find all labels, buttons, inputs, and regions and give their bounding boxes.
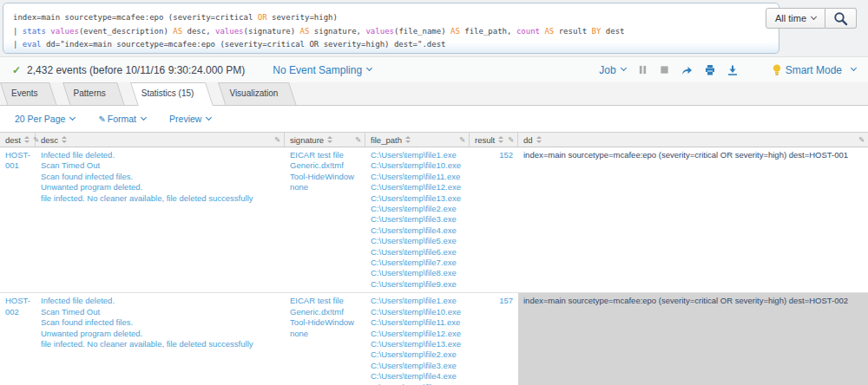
sort-icon[interactable] xyxy=(536,136,542,143)
cell-value[interactable]: Scan found infected files. xyxy=(41,317,279,328)
cell-dd[interactable]: index=main sourcetype=mcafee:epo (severi… xyxy=(518,147,868,292)
cell-value[interactable]: none xyxy=(290,182,360,192)
cell-value[interactable]: EICAR test file xyxy=(290,150,360,160)
cell-value[interactable]: Tool-HideWindow xyxy=(290,317,360,328)
cell-value[interactable]: C:\Users\temp\file12.exe xyxy=(371,182,464,192)
cell-value[interactable]: C:\Users\temp\file1.exe xyxy=(371,296,464,306)
sort-icon[interactable] xyxy=(62,136,67,143)
column-header-desc[interactable]: desc✎ xyxy=(36,133,285,147)
cell-value[interactable]: Scan found infected files. xyxy=(41,172,279,182)
tab-events[interactable]: Events xyxy=(0,82,49,105)
cell-value[interactable]: C:\Users\temp\file7.exe xyxy=(371,258,464,268)
share-button[interactable] xyxy=(681,65,693,75)
pencil-icon: ✎ xyxy=(98,114,105,124)
sort-icon[interactable] xyxy=(327,136,332,143)
cell-value[interactable]: C:\Users\temp\file8.exe xyxy=(371,268,464,278)
chevron-down-icon xyxy=(206,114,212,120)
cell-value[interactable]: C:\Users\temp\file4.exe xyxy=(371,225,464,236)
sort-icon[interactable] xyxy=(498,136,503,143)
cell-value[interactable]: C:\Users\temp\file10.exe xyxy=(371,307,464,317)
events-count: 2,432 events (before 10/11/16 9:30:24.00… xyxy=(27,64,245,76)
stop-icon xyxy=(660,65,669,75)
edit-column-icon[interactable]: ✎ xyxy=(355,135,361,144)
format-dropdown[interactable]: ✎ Format xyxy=(98,114,146,124)
success-check-icon: ✓ xyxy=(12,64,21,76)
cell-value[interactable]: C:\Users\temp\file11.exe xyxy=(371,172,464,182)
cell-file_path[interactable]: C:\Users\temp\file1.exeC:\Users\temp\fil… xyxy=(365,293,470,385)
search-input[interactable]: index=main sourcetype=mcafee:epo (severi… xyxy=(3,3,779,54)
per-page-dropdown[interactable]: 20 Per Page xyxy=(15,114,75,124)
sort-icon[interactable] xyxy=(405,136,411,143)
edit-column-icon[interactable]: ✎ xyxy=(508,135,514,144)
cell-value[interactable]: C:\Users\temp\file1.exe xyxy=(371,150,464,160)
statistics-table: dest✎desc✎signature✎file_path✎result✎dd✎… xyxy=(0,132,868,385)
cell-value[interactable]: Infected file deleted. xyxy=(41,296,279,306)
chevron-down-icon xyxy=(811,13,817,19)
cell-file_path[interactable]: C:\Users\temp\file1.exeC:\Users\temp\fil… xyxy=(365,147,470,292)
column-header-file_path[interactable]: file_path✎ xyxy=(365,133,470,147)
tabs: EventsPatternsStatistics (15)Visualizati… xyxy=(0,82,868,106)
column-header-dest[interactable]: dest✎ xyxy=(0,133,36,147)
cell-value[interactable]: C:\Users\temp\file6.exe xyxy=(371,247,464,258)
tab-statistics-15[interactable]: Statistics (15) xyxy=(130,82,206,105)
cell-result[interactable]: 157 xyxy=(470,293,518,385)
cell-value[interactable]: C:\Users\temp\file4.exe xyxy=(371,371,464,382)
cell-value[interactable]: C:\Users\temp\file11.exe xyxy=(371,317,464,328)
cell-dest[interactable]: HOST-001 xyxy=(0,147,36,292)
cell-signature[interactable]: EICAR test fileGeneric.dx!tmfTool-HideWi… xyxy=(285,293,365,385)
cell-value[interactable]: Scan Timed Out xyxy=(41,160,279,171)
preview-dropdown[interactable]: Preview xyxy=(169,114,211,124)
search-button[interactable] xyxy=(825,8,857,29)
search-actions: All time xyxy=(766,8,857,29)
print-button[interactable] xyxy=(705,65,715,75)
cell-value[interactable]: Tool-HideWindow xyxy=(290,172,360,182)
column-header-result[interactable]: result✎ xyxy=(470,133,518,147)
cell-result[interactable]: 152 xyxy=(470,147,518,292)
cell-value[interactable]: file infected. No cleaner available, fil… xyxy=(41,193,279,204)
cell-desc[interactable]: Infected file deleted.Scan Timed OutScan… xyxy=(36,147,285,292)
cell-value[interactable]: none xyxy=(290,329,360,339)
cell-value[interactable]: file infected. No cleaner available, fil… xyxy=(41,339,279,349)
cell-value[interactable]: Generic.dx!tmf xyxy=(290,307,360,317)
cell-value[interactable]: EICAR test file xyxy=(290,296,360,306)
job-menu[interactable]: Job xyxy=(599,64,625,76)
column-header-dd[interactable]: dd✎ xyxy=(518,133,868,147)
job-controls: Job xyxy=(599,64,856,76)
cell-value[interactable]: C:\Users\temp\file5.exe xyxy=(371,382,464,385)
column-header-signature[interactable]: signature✎ xyxy=(285,133,365,147)
cell-value[interactable]: Scan Timed Out xyxy=(41,307,279,317)
stop-button[interactable] xyxy=(660,65,669,75)
cell-value[interactable]: Unwanted program deleted. xyxy=(41,182,279,192)
cell-value[interactable]: C:\Users\temp\file2.exe xyxy=(371,349,464,360)
cell-value[interactable]: C:\Users\temp\file9.exe xyxy=(371,279,464,290)
cell-value[interactable]: C:\Users\temp\file13.exe xyxy=(371,339,464,349)
cell-value[interactable]: C:\Users\temp\file3.exe xyxy=(371,214,464,225)
edit-column-icon[interactable]: ✎ xyxy=(459,135,465,144)
cell-signature[interactable]: EICAR test fileGeneric.dx!tmfTool-HideWi… xyxy=(285,147,365,292)
export-button[interactable] xyxy=(727,65,738,75)
sort-icon[interactable] xyxy=(24,136,30,143)
cell-value[interactable]: C:\Users\temp\file5.exe xyxy=(371,236,464,246)
search-mode-dropdown[interactable]: Smart Mode xyxy=(773,64,856,76)
cell-value[interactable]: Unwanted program deleted. xyxy=(41,329,279,339)
table-row: HOST-001Infected file deleted.Scan Timed… xyxy=(0,147,868,293)
cell-value[interactable]: Generic.dx!tmf xyxy=(290,160,360,171)
edit-column-icon[interactable]: ✎ xyxy=(858,135,865,144)
cell-dd[interactable]: index=main sourcetype=mcafee:epo (severi… xyxy=(518,293,868,385)
search-query[interactable]: index=main sourcetype=mcafee:epo (severi… xyxy=(3,3,779,60)
cell-value[interactable]: C:\Users\temp\file3.exe xyxy=(371,361,464,371)
status-bar: ✓ 2,432 events (before 10/11/16 9:30:24.… xyxy=(0,57,868,82)
cell-value[interactable]: C:\Users\temp\file12.exe xyxy=(371,329,464,339)
cell-desc[interactable]: Infected file deleted.Scan Timed OutScan… xyxy=(36,293,285,385)
cell-value[interactable]: C:\Users\temp\file2.exe xyxy=(371,204,464,214)
tab-patterns[interactable]: Patterns xyxy=(62,82,117,105)
cell-value[interactable]: C:\Users\temp\file13.exe xyxy=(371,193,464,204)
edit-column-icon[interactable]: ✎ xyxy=(274,135,280,144)
tab-visualization[interactable]: Visualization xyxy=(218,82,289,105)
cell-value[interactable]: Infected file deleted. xyxy=(41,150,279,160)
pause-button[interactable] xyxy=(638,65,648,75)
cell-dest[interactable]: HOST-002 xyxy=(0,293,36,385)
time-range-picker[interactable]: All time xyxy=(766,8,825,29)
event-sampling-dropdown[interactable]: No Event Sampling xyxy=(273,64,372,76)
cell-value[interactable]: C:\Users\temp\file10.exe xyxy=(371,160,464,171)
